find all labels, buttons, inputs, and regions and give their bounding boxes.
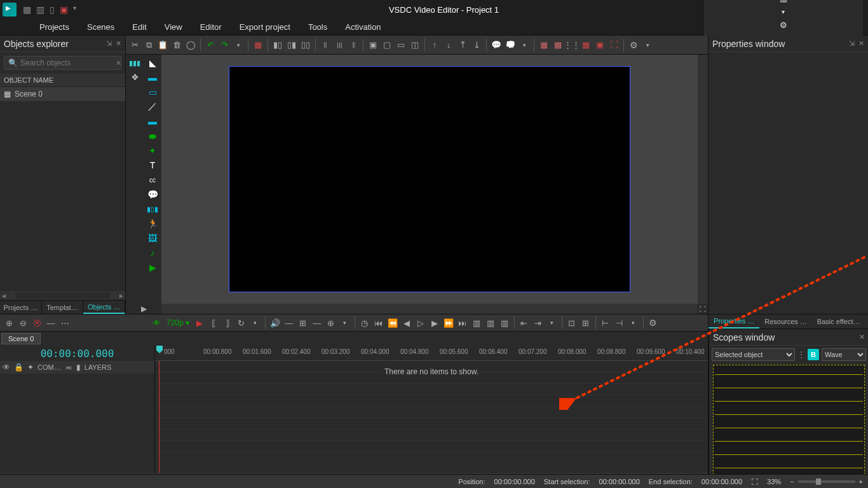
arrow-top-icon[interactable]: ⤒ bbox=[456, 39, 469, 51]
canvas-v-scrollbar[interactable] bbox=[698, 55, 708, 304]
move-icon[interactable]: ✥ bbox=[128, 71, 141, 83]
qat-record-icon[interactable]: ▣ bbox=[60, 4, 68, 15]
selection-icon[interactable]: ▦ bbox=[252, 39, 264, 51]
zoom-slider[interactable] bbox=[798, 480, 855, 483]
tl-settings-icon[interactable]: ⚙ bbox=[647, 316, 660, 329]
tl-clock-icon[interactable]: ◷ bbox=[358, 316, 371, 329]
properties-pin-icon[interactable]: ⇲ bbox=[849, 39, 855, 48]
tl-loop-dd-icon[interactable]: ▾ bbox=[249, 316, 262, 329]
speech-icon[interactable]: 💬 bbox=[146, 189, 159, 200]
person-icon[interactable]: 🏃 bbox=[146, 218, 159, 229]
video-icon[interactable]: ▶ bbox=[146, 262, 159, 273]
bars-header-icon[interactable]: ▮ bbox=[76, 363, 81, 372]
tl-snap2-icon[interactable]: ⊞ bbox=[580, 316, 592, 329]
tl-m2-icon[interactable]: ▥ bbox=[484, 316, 497, 329]
tree-item-scene0[interactable]: ▦ Scene 0 bbox=[0, 87, 125, 101]
music-icon[interactable]: ♪ bbox=[146, 247, 159, 259]
tl-eye-icon[interactable]: 👁 bbox=[150, 316, 163, 329]
wave-header-icon[interactable]: ⫘ bbox=[65, 363, 72, 372]
rect-outline-icon[interactable]: ▭ bbox=[146, 86, 159, 98]
toolbar-settings-icon[interactable]: ⚙ bbox=[627, 39, 640, 51]
tl-out-dd-icon[interactable]: ▾ bbox=[546, 316, 559, 329]
tl-v2-icon[interactable]: ⊞ bbox=[297, 316, 309, 329]
clear-search-icon[interactable]: ✕ bbox=[116, 59, 121, 67]
tl-split-dd-icon[interactable]: ▾ bbox=[627, 316, 640, 329]
tl-first-icon[interactable]: ⏮ bbox=[372, 316, 385, 329]
timeline-scene-tab[interactable]: Scene 0 bbox=[1, 333, 41, 344]
grid5-icon[interactable]: ▣ bbox=[593, 39, 606, 51]
menu-tools[interactable]: Tools bbox=[308, 22, 327, 32]
crop-3-icon[interactable]: ▭ bbox=[395, 39, 407, 51]
tl-last-icon[interactable]: ⏭ bbox=[456, 316, 469, 329]
crop-2-icon[interactable]: ▢ bbox=[381, 39, 393, 51]
tl-rewind-icon[interactable]: ⏪ bbox=[386, 316, 399, 329]
delete-icon[interactable]: 🗑 bbox=[170, 39, 183, 51]
audio-bars-icon[interactable]: ▮▮▮ bbox=[128, 57, 141, 69]
lock-header-icon[interactable]: 🔒 bbox=[14, 363, 24, 372]
canvas-expand-icon[interactable]: ⛶ bbox=[698, 304, 708, 314]
copy-icon[interactable]: ⧉ bbox=[142, 39, 155, 51]
pin-icon[interactable]: ⇲ bbox=[106, 39, 112, 48]
menu-scenes[interactable]: Scenes bbox=[87, 22, 114, 32]
cc-icon[interactable]: cc bbox=[146, 174, 159, 186]
tab-properties[interactable]: Properties … bbox=[709, 315, 759, 329]
paste-icon[interactable]: 📋 bbox=[156, 39, 169, 51]
tl-loop-icon[interactable]: ↻ bbox=[235, 316, 248, 329]
cut-icon[interactable]: ✂ bbox=[128, 39, 141, 51]
panel-close-icon[interactable]: ✕ bbox=[116, 39, 121, 48]
tab-projects[interactable]: Projects … bbox=[0, 301, 42, 314]
tl-add-icon[interactable]: ⊕ bbox=[3, 316, 15, 329]
tl-v5-icon[interactable]: ▾ bbox=[339, 316, 351, 329]
tab-resources[interactable]: Resources … bbox=[759, 315, 812, 329]
undo-icon[interactable]: ↶ bbox=[204, 39, 217, 51]
chat-icon[interactable]: 💬 bbox=[490, 39, 503, 51]
chat2-icon[interactable]: 💭 bbox=[504, 39, 517, 51]
grid2-icon[interactable]: ▩ bbox=[552, 39, 564, 51]
crop-1-icon[interactable]: ▣ bbox=[367, 39, 379, 51]
menu-projects[interactable]: Projects bbox=[39, 22, 69, 32]
properties-close-icon[interactable]: ✕ bbox=[858, 39, 864, 48]
tl-record-icon[interactable]: ⦿ bbox=[31, 316, 43, 329]
playhead-handle-icon[interactable] bbox=[156, 346, 163, 353]
chat-dropdown-icon[interactable]: ▾ bbox=[518, 39, 531, 51]
crop-4-icon[interactable]: ◫ bbox=[409, 39, 421, 51]
menu-view[interactable]: View bbox=[165, 22, 182, 32]
tl-playbtn-icon[interactable]: ▷ bbox=[414, 316, 427, 329]
tl-m1-icon[interactable]: ▥ bbox=[470, 316, 483, 329]
line-tool-icon[interactable]: ／ bbox=[146, 101, 159, 112]
zoom-in-icon[interactable]: + bbox=[859, 478, 863, 485]
left-h-scrollbar[interactable]: ◄► bbox=[0, 291, 125, 300]
tl-ff-icon[interactable]: ⏩ bbox=[442, 316, 455, 329]
history-dropdown-icon[interactable]: ▾ bbox=[232, 39, 245, 51]
tl-marker1-icon[interactable]: ⟦ bbox=[207, 316, 220, 329]
text-tool-icon[interactable]: T bbox=[146, 159, 159, 171]
menu-edit[interactable]: Edit bbox=[132, 22, 146, 32]
distribute-h-icon[interactable]: ⫴ bbox=[319, 39, 332, 51]
redo-icon[interactable]: ↷ bbox=[218, 39, 231, 51]
freeform-icon[interactable]: ✦ bbox=[146, 145, 159, 156]
resolution-selector[interactable]: 720p ▾ bbox=[166, 318, 189, 327]
pointer-tool-icon[interactable]: ◣ bbox=[146, 57, 159, 69]
layout-dropdown-icon[interactable]: ▾ bbox=[782, 8, 785, 15]
tab-objects[interactable]: Objects … bbox=[83, 301, 125, 314]
scopes-object-select[interactable]: Selected object bbox=[712, 348, 795, 361]
menu-activation[interactable]: Activation bbox=[345, 22, 381, 32]
grid1-icon[interactable]: ▦ bbox=[538, 39, 550, 51]
image-icon[interactable]: 🖼 bbox=[146, 233, 159, 244]
tl-dots-icon[interactable]: ⋯ bbox=[58, 316, 71, 329]
tl-split2-icon[interactable]: ⊣ bbox=[613, 316, 626, 329]
grid3-icon[interactable]: ⋮⋮ bbox=[566, 39, 578, 51]
grid6-icon[interactable]: ⛶ bbox=[607, 39, 620, 51]
tab-effects[interactable]: Basic effect… bbox=[812, 315, 865, 329]
tl-volume-icon[interactable]: 🔊 bbox=[269, 316, 281, 329]
preview-canvas[interactable] bbox=[229, 66, 630, 292]
search-objects-input[interactable]: 🔍 ✕ bbox=[4, 56, 121, 70]
align-left-icon[interactable]: ▮▯ bbox=[271, 39, 284, 51]
qat-new-icon[interactable]: ▦ bbox=[23, 4, 31, 15]
rect2-icon[interactable]: ▬ bbox=[146, 116, 159, 127]
timeline-ruler[interactable]: 00000:00.80000:01.60000:02.40000:03.2000… bbox=[155, 346, 708, 361]
tl-marker2-icon[interactable]: ⟧ bbox=[221, 316, 234, 329]
ellipse-tool-icon[interactable]: ◯ bbox=[184, 39, 197, 51]
toolbar-settings-dropdown-icon[interactable]: ▾ bbox=[641, 39, 654, 51]
tl-remove-icon[interactable]: ⊖ bbox=[17, 316, 29, 329]
